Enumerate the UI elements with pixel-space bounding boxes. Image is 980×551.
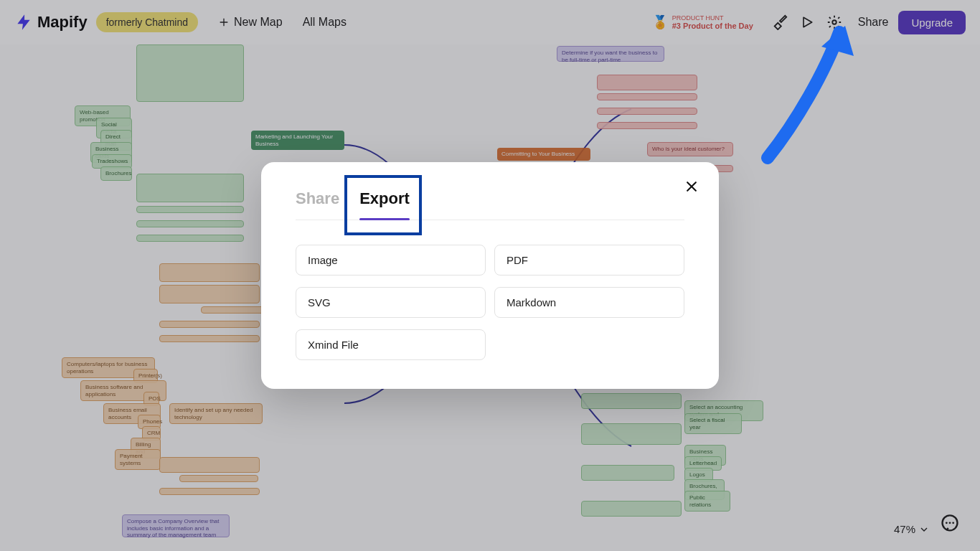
export-pdf[interactable]: PDF — [494, 245, 684, 276]
export-image[interactable]: Image — [296, 245, 486, 276]
close-button[interactable] — [680, 175, 703, 198]
export-options: Image PDF SVG Markdown Xmind File — [296, 245, 684, 360]
modal-overlay[interactable]: Share Export Image PDF SVG Markdown Xmin… — [0, 0, 980, 551]
tab-export[interactable]: Export — [359, 182, 410, 220]
share-export-modal: Share Export Image PDF SVG Markdown Xmin… — [261, 162, 719, 389]
export-xmind[interactable]: Xmind File — [296, 329, 486, 360]
tab-share[interactable]: Share — [296, 182, 339, 220]
export-svg[interactable]: SVG — [296, 287, 486, 318]
close-icon — [684, 179, 699, 194]
export-markdown[interactable]: Markdown — [494, 287, 684, 318]
modal-tabs: Share Export — [296, 182, 684, 220]
